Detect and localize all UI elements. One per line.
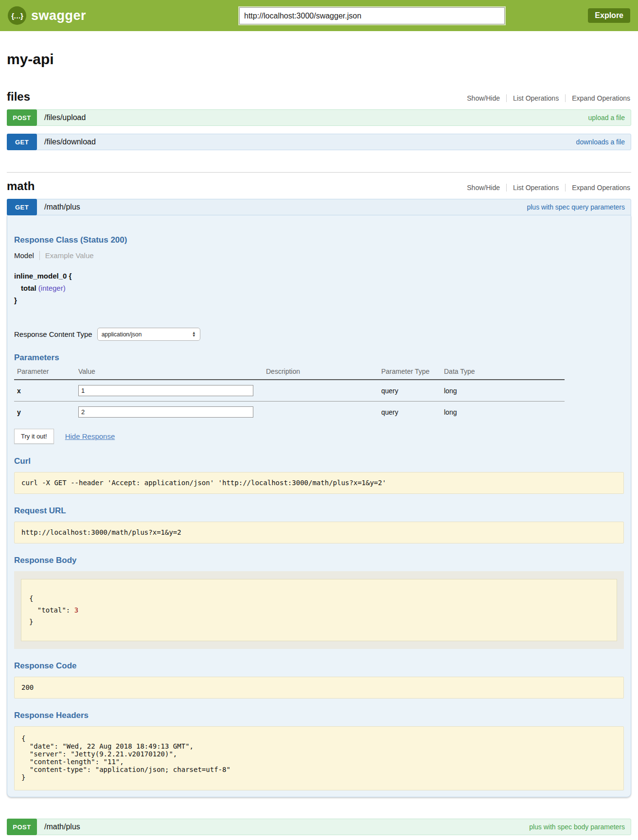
response-code-block: 200: [14, 677, 624, 699]
model-prop-name: total: [21, 284, 36, 292]
post-method-badge: POST: [7, 819, 37, 835]
response-headers-heading: Response Headers: [14, 711, 624, 720]
parameters-heading: Parameters: [14, 353, 624, 363]
math-section-controls: Show/Hide List Operations Expand Operati…: [461, 184, 631, 192]
swagger-brand: {…} swagger: [8, 6, 86, 25]
response-body-container: { "total": 3 }: [14, 571, 624, 649]
model-tabs: Model Example Value: [14, 251, 624, 260]
request-url-heading: Request URL: [14, 506, 624, 516]
files-section-controls: Show/Hide List Operations Expand Operati…: [461, 94, 631, 102]
endpoint-summary-files-download[interactable]: downloads a file: [576, 138, 625, 146]
endpoint-path-math-plus-get[interactable]: /math/plus: [44, 203, 80, 211]
header-bar: {…} swagger Explore: [0, 0, 638, 31]
math-section-title: math: [7, 179, 35, 193]
math-show-hide-link[interactable]: Show/Hide: [461, 184, 506, 192]
param-data-type: long: [441, 402, 565, 423]
col-header-value: Value: [75, 366, 263, 380]
model-prop-type: (integer): [38, 284, 66, 292]
get-method-badge: GET: [7, 134, 37, 150]
param-x-input[interactable]: [78, 385, 253, 396]
endpoint-summary-math-plus-post[interactable]: plus with spec body parameters: [529, 823, 625, 831]
curl-heading: Curl: [14, 456, 624, 466]
brand-name: swagger: [31, 8, 86, 23]
response-content-type-row: Response Content Type application/json ▲…: [14, 328, 624, 341]
try-it-out-row: Try it out! Hide Response: [14, 429, 624, 444]
endpoint-path-math-plus-post[interactable]: /math/plus: [44, 822, 80, 831]
curl-command-block: curl -X GET --header 'Accept: applicatio…: [14, 472, 624, 494]
operation-panel: Response Class (Status 200) Model Exampl…: [7, 215, 631, 797]
model-property-line: total (integer): [14, 282, 624, 294]
endpoint-path-files-upload[interactable]: /files/upload: [44, 113, 86, 122]
get-method-badge: GET: [7, 199, 37, 215]
endpoint-summary-math-plus-get[interactable]: plus with spec query parameters: [527, 203, 625, 211]
param-description: [263, 402, 378, 423]
tab-model[interactable]: Model: [14, 251, 39, 260]
param-row-y: y query long: [14, 402, 565, 423]
api-title: my-api: [7, 51, 631, 68]
json-number-value: 3: [74, 606, 78, 614]
endpoint-row-post-math-plus[interactable]: POST /math/plus plus with spec body para…: [7, 819, 631, 835]
json-text: }: [29, 618, 33, 626]
model-close-line: }: [14, 294, 624, 306]
hide-response-link[interactable]: Hide Response: [65, 432, 115, 440]
files-show-hide-link[interactable]: Show/Hide: [461, 94, 506, 102]
param-data-type: long: [441, 380, 565, 402]
spec-url-input[interactable]: [239, 7, 505, 24]
try-it-out-button[interactable]: Try it out!: [14, 429, 54, 444]
math-expand-operations-link[interactable]: Expand Operations: [565, 184, 631, 192]
endpoint-row-get-math-plus[interactable]: GET /math/plus plus with spec query para…: [7, 199, 631, 215]
explore-button[interactable]: Explore: [588, 8, 630, 23]
col-header-parameter: Parameter: [14, 366, 75, 380]
model-open-line: inline_model_0 {: [14, 270, 624, 282]
param-row-x: x query long: [14, 380, 565, 402]
select-arrows-icon: ▲ ▼: [192, 332, 196, 337]
response-body-block: { "total": 3 }: [21, 579, 617, 641]
param-name: x: [14, 380, 75, 402]
files-list-operations-link[interactable]: List Operations: [506, 94, 565, 102]
math-section-heading: math Show/Hide List Operations Expand Op…: [7, 179, 631, 193]
model-snippet: inline_model_0 { total (integer) }: [14, 270, 624, 306]
operation-get-math-plus: GET /math/plus plus with spec query para…: [7, 199, 631, 797]
section-divider: [7, 172, 631, 173]
math-list-operations-link[interactable]: List Operations: [506, 184, 565, 192]
json-text: { "total":: [29, 595, 74, 614]
parameters-table: Parameter Value Description Parameter Ty…: [14, 366, 565, 422]
files-section-heading: files Show/Hide List Operations Expand O…: [7, 90, 631, 104]
col-header-parameter-type: Parameter Type: [378, 366, 441, 380]
col-header-description: Description: [263, 366, 378, 380]
endpoint-summary-files-upload[interactable]: upload a file: [588, 114, 625, 122]
param-type: query: [378, 402, 441, 423]
swagger-logo-icon: {…}: [8, 6, 26, 25]
response-code-heading: Response Code: [14, 661, 624, 671]
request-url-block: http://localhost:3000/math/plus?x=1&y=2: [14, 522, 624, 543]
response-class-heading: Response Class (Status 200): [14, 235, 624, 245]
response-content-type-label: Response Content Type: [14, 330, 92, 338]
main-content: my-api files Show/Hide List Operations E…: [0, 51, 638, 840]
files-section-title: files: [7, 90, 30, 104]
param-type: query: [378, 380, 441, 402]
response-headers-block: { "date": "Wed, 22 Aug 2018 18:49:13 GMT…: [14, 726, 624, 790]
selected-content-type: application/json: [102, 331, 142, 338]
param-name: y: [14, 402, 75, 423]
param-y-input[interactable]: [78, 406, 253, 418]
post-method-badge: POST: [7, 109, 37, 126]
response-content-type-select[interactable]: application/json ▲ ▼: [97, 328, 200, 341]
endpoint-row-post-files-upload[interactable]: POST /files/upload upload a file: [7, 109, 631, 126]
response-body-heading: Response Body: [14, 556, 624, 565]
endpoint-path-files-download[interactable]: /files/download: [44, 138, 96, 146]
endpoint-row-get-files-download[interactable]: GET /files/download downloads a file: [7, 134, 631, 150]
tab-example-value[interactable]: Example Value: [40, 251, 94, 260]
select-down-arrow-icon: ▼: [192, 334, 196, 337]
param-description: [263, 380, 378, 402]
files-expand-operations-link[interactable]: Expand Operations: [565, 94, 631, 102]
col-header-data-type: Data Type: [441, 366, 565, 380]
